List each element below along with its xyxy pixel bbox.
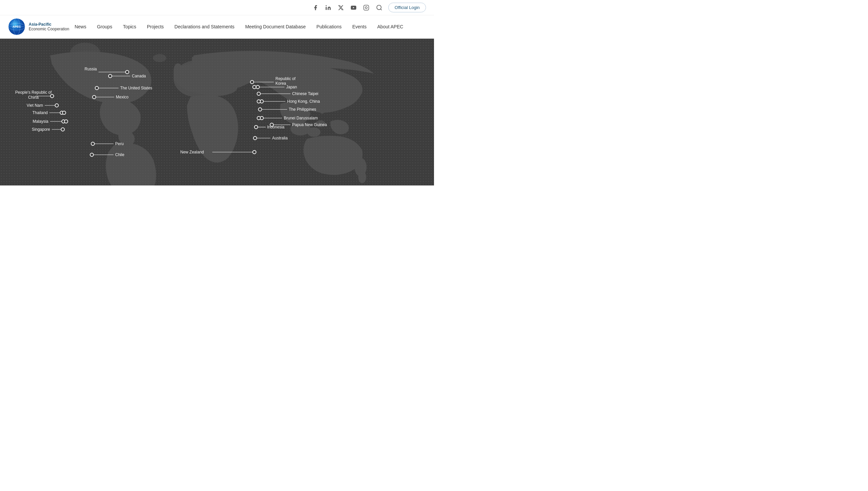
svg-text:Papua New Guinea: Papua New Guinea [292,122,327,127]
svg-point-45 [50,94,54,98]
svg-text:Brunei Darussalam: Brunei Darussalam [284,116,318,120]
svg-point-60 [61,128,64,131]
logo-line1: Asia-Pacific [29,22,69,27]
svg-point-57 [64,120,68,123]
nav-events[interactable]: Events [347,17,372,37]
svg-text:Thailand: Thailand [32,110,48,115]
svg-point-30 [109,75,112,78]
svg-point-67 [250,80,254,84]
svg-point-39 [91,142,94,145]
svg-point-88 [270,123,273,126]
login-button[interactable]: Official Login [388,3,426,12]
top-bar: Official Login [0,0,434,16]
svg-point-91 [253,137,257,140]
map-section: Russia Canada The United States Mexico P… [0,39,434,185]
world-map-svg: Russia Canada The United States Mexico P… [0,39,434,185]
twitter-icon[interactable] [337,4,344,11]
svg-text:Indonesia: Indonesia [267,125,284,129]
svg-point-53 [62,111,66,114]
social-icons [312,4,383,11]
nav-news[interactable]: News [69,17,91,37]
svg-point-4 [377,5,381,9]
nav-meeting-doc[interactable]: Meeting Document Database [240,17,311,37]
svg-text:Russia: Russia [84,67,97,71]
svg-text:Viet Nam: Viet Nam [27,103,43,108]
svg-point-75 [257,100,261,103]
svg-line-5 [381,9,382,10]
svg-text:The United States: The United States [120,86,152,90]
main-header: APEC Asia-Pacific Economic Cooperation N… [0,16,434,39]
svg-text:The Philippines: The Philippines [289,107,316,112]
logo-line2: Economic Cooperation [29,27,69,31]
svg-text:Mexico: Mexico [116,95,129,99]
svg-point-42 [90,153,93,156]
svg-text:Canada: Canada [132,74,146,78]
svg-point-0 [326,5,327,6]
svg-rect-2 [364,5,369,10]
nav-about[interactable]: About APEC [372,17,409,37]
svg-text:Australia: Australia [272,136,288,140]
svg-point-64 [253,85,256,89]
svg-text:Chinese Taipei: Chinese Taipei [292,91,319,96]
svg-text:Republic of: Republic of [275,77,296,81]
apec-logo-icon: APEC [8,18,25,35]
nav-publications[interactable]: Publications [311,17,347,37]
svg-point-33 [95,86,99,90]
svg-text:Korea: Korea [275,81,286,86]
linkedin-icon[interactable] [325,4,331,11]
svg-point-36 [92,95,96,99]
logo-text: Asia-Pacific Economic Cooperation [29,22,69,31]
facebook-icon[interactable] [312,4,319,11]
svg-text:China: China [28,95,39,100]
main-nav: News Groups Topics Projects Declarations… [69,17,426,37]
svg-point-49 [55,104,58,107]
svg-text:Chile: Chile [115,152,125,157]
svg-text:Singapore: Singapore [32,127,50,132]
nav-declarations[interactable]: Declarations and Statements [169,17,240,37]
svg-point-63 [256,85,260,89]
svg-text:APEC: APEC [12,25,21,28]
svg-point-94 [253,150,256,154]
nav-projects[interactable]: Projects [141,17,169,37]
instagram-icon[interactable] [363,4,370,11]
svg-text:Malaysia: Malaysia [33,119,49,124]
logo-area[interactable]: APEC Asia-Pacific Economic Cooperation [8,16,69,38]
svg-point-71 [257,92,261,95]
nav-topics[interactable]: Topics [117,17,141,37]
nav-groups[interactable]: Groups [91,17,117,37]
svg-point-27 [126,70,129,74]
youtube-icon[interactable] [350,4,357,11]
svg-point-82 [257,116,261,120]
svg-text:Hong Kong, China: Hong Kong, China [287,99,320,104]
svg-point-85 [254,125,258,129]
svg-text:Japan: Japan [286,85,297,89]
svg-point-78 [259,108,262,111]
svg-text:New Zealand: New Zealand [180,150,204,154]
search-icon[interactable] [376,4,383,11]
svg-text:Peru: Peru [115,141,124,146]
svg-text:People's Republic of: People's Republic of [15,90,52,95]
